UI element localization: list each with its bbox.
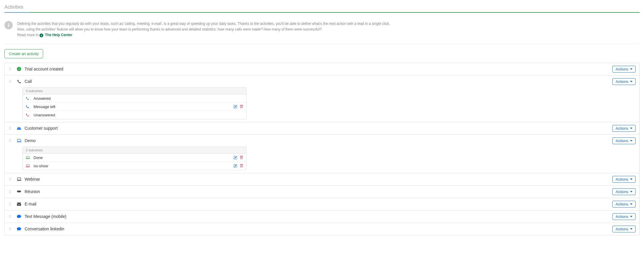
svg-rect-7 — [26, 167, 30, 167]
chevron-down-icon — [630, 81, 632, 82]
edit-icon[interactable] — [233, 164, 237, 168]
laptop-icon — [16, 139, 22, 142]
activity-name: Trial account created — [25, 67, 612, 71]
info-circle-icon: i — [16, 67, 22, 71]
info-text: Defining the activities that you regular… — [17, 21, 640, 38]
phone-icon — [16, 80, 22, 83]
activity-list: ⇳ i Trial account created Actions ⇳ Call… — [4, 63, 640, 235]
svg-rect-3 — [17, 142, 21, 142]
drag-handle-icon[interactable]: ⇳ — [8, 79, 12, 84]
drag-handle-icon[interactable]: ⇳ — [8, 202, 12, 206]
actions-button[interactable]: Actions — [612, 78, 636, 85]
svg-rect-2 — [17, 139, 20, 142]
trash-icon[interactable] — [240, 164, 243, 168]
laptop-icon — [26, 164, 31, 167]
svg-rect-8 — [17, 178, 20, 180]
chevron-down-icon — [630, 140, 632, 142]
chevron-down-icon — [630, 203, 632, 205]
comment-icon — [16, 227, 22, 231]
activity-name: Réunion — [25, 189, 612, 194]
phone-icon — [26, 97, 31, 100]
chevron-down-icon — [630, 68, 632, 70]
outcomes-container: 3 outcomes Answered Message left — [8, 87, 636, 119]
car-icon — [16, 126, 22, 130]
activity-row: ⇳ Demo Actions 2 outcomes Done — [5, 135, 639, 173]
activity-name: Call — [25, 79, 612, 84]
activity-row: ⇳ Conversation linkedin Actions — [5, 223, 639, 235]
activity-name: Text Message (mobile) — [25, 214, 612, 219]
drag-handle-icon[interactable]: ⇳ — [8, 177, 12, 182]
actions-button[interactable]: Actions — [612, 201, 636, 208]
info-icon: i — [4, 21, 13, 29]
activity-name: Demo — [25, 138, 612, 143]
comment-icon — [16, 215, 22, 219]
drag-handle-icon[interactable]: ⇳ — [8, 189, 12, 194]
chevron-down-icon — [630, 216, 632, 217]
svg-rect-4 — [26, 156, 29, 158]
outcome-row: no-show — [23, 162, 246, 170]
envelope-icon — [16, 203, 22, 206]
drag-handle-icon[interactable]: ⇳ — [8, 126, 12, 131]
activity-row: ⇳ Text Message (mobile) Actions — [5, 211, 639, 223]
chevron-down-icon — [630, 191, 632, 192]
help-center-link[interactable]: i The Help Center — [39, 33, 72, 37]
drag-handle-icon[interactable]: ⇳ — [8, 214, 12, 219]
info-line-1: Defining the activities that you regular… — [17, 21, 640, 27]
activity-row: ⇳ E-mail Actions — [5, 198, 639, 211]
activity-row: ⇳ Customer support Actions — [5, 122, 639, 135]
actions-button[interactable]: Actions — [612, 137, 636, 144]
create-activity-button[interactable]: Create an activity — [4, 49, 43, 58]
drag-handle-icon[interactable]: ⇳ — [8, 67, 12, 71]
actions-button[interactable]: Actions — [612, 125, 636, 132]
svg-rect-9 — [17, 180, 21, 181]
trash-icon[interactable] — [240, 156, 243, 160]
actions-button[interactable]: Actions — [612, 66, 636, 73]
outcome-row: Answered — [23, 94, 246, 103]
info-banner: i Defining the activities that you regul… — [4, 18, 640, 44]
page-title: Activities — [4, 4, 640, 10]
activity-name: Customer support — [25, 126, 612, 131]
title-underline — [4, 12, 640, 13]
activity-name: Webinar — [25, 177, 612, 182]
activity-row: ⇳ Webinar Actions — [5, 173, 639, 186]
outcome-name: Done — [34, 155, 233, 160]
actions-button[interactable]: Actions — [612, 188, 636, 195]
activity-row: ⇳ Call Actions 3 outcomes Answered — [5, 76, 639, 122]
activity-name: Conversation linkedin — [25, 227, 612, 231]
chevron-down-icon — [630, 228, 632, 230]
help-center-text: The Help Center — [45, 33, 72, 37]
edit-icon[interactable] — [233, 156, 237, 160]
outcomes-container: 2 outcomes Done — [8, 147, 636, 170]
drag-handle-icon[interactable]: ⇳ — [8, 138, 12, 143]
activity-row: ⇳ i Trial account created Actions — [5, 63, 639, 76]
laptop-icon — [16, 177, 22, 181]
info-readmore-prefix: Read more in — [17, 33, 39, 37]
outcome-name: Unanswered — [34, 113, 243, 117]
actions-button[interactable]: Actions — [612, 226, 636, 232]
outcomes-header: 2 outcomes — [23, 147, 246, 154]
handshake-icon — [16, 190, 22, 193]
outcome-name: Answered — [34, 96, 243, 101]
phone-icon — [26, 113, 31, 117]
outcome-name: Message left — [34, 105, 233, 109]
chevron-down-icon — [630, 128, 632, 129]
outcome-name: no-show — [34, 164, 233, 168]
outcomes-header: 3 outcomes — [23, 88, 246, 94]
activity-name: E-mail — [25, 202, 612, 206]
outcomes-box: 2 outcomes Done — [23, 147, 247, 170]
phone-icon — [26, 105, 31, 108]
outcome-row: Message left — [23, 103, 246, 111]
svg-rect-5 — [26, 158, 30, 159]
edit-icon[interactable] — [233, 105, 237, 109]
svg-rect-6 — [26, 165, 29, 167]
svg-text:i: i — [19, 68, 20, 71]
help-center-icon: i — [39, 33, 43, 37]
actions-button[interactable]: Actions — [612, 213, 636, 220]
outcome-row: Unanswered — [23, 111, 246, 119]
activity-row: ⇳ Réunion Actions — [5, 186, 639, 198]
drag-handle-icon[interactable]: ⇳ — [8, 227, 12, 231]
laptop-icon — [26, 156, 31, 159]
outcomes-box: 3 outcomes Answered Message left — [23, 87, 247, 119]
actions-button[interactable]: Actions — [612, 176, 636, 183]
trash-icon[interactable] — [240, 105, 243, 109]
